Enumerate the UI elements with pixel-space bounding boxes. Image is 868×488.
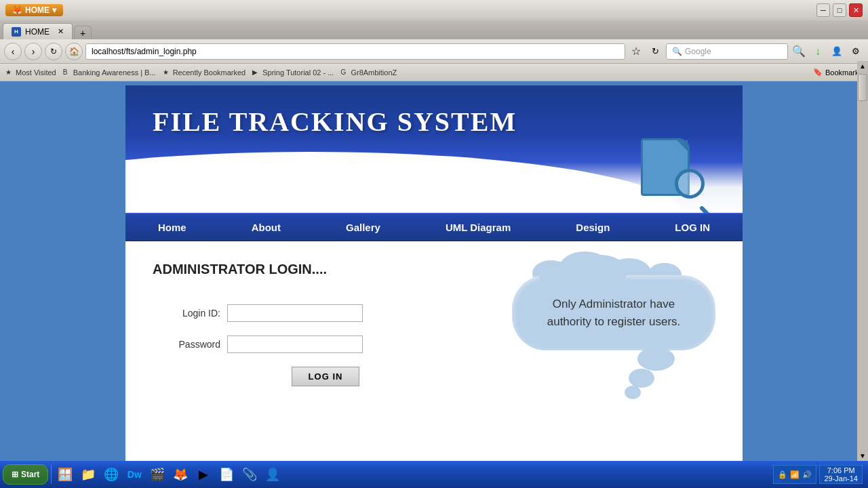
taskbar-right: 🔒 📶 🔊 7:06 PM 29-Jan-14 — [773, 465, 865, 484]
volume-icon: 🔊 — [802, 470, 812, 479]
window-controls: ─ □ ✕ — [816, 3, 863, 17]
scroll-thumb[interactable] — [858, 74, 867, 101]
start-button[interactable]: ⊞ Start — [3, 464, 48, 485]
password-input[interactable] — [227, 336, 363, 353]
nav-uml-diagram[interactable]: UML Diagram — [432, 216, 524, 239]
login-section: ADMINISTRATOR LOGIN.... Login ID: Passwo… — [153, 262, 485, 386]
close-button[interactable]: ✕ — [849, 3, 863, 17]
reload-button[interactable]: ↻ — [45, 43, 62, 60]
login-id-row: Login ID: — [166, 304, 485, 322]
nav-about[interactable]: About — [238, 216, 294, 239]
recently-label: Recently Bookmarked — [173, 68, 246, 77]
taskbar-icon-windows[interactable]: 🪟 — [54, 464, 76, 485]
nav-gallery[interactable]: Gallery — [332, 216, 394, 239]
main-content: ADMINISTRATOR LOGIN.... Login ID: Passwo… — [125, 241, 743, 465]
cloud-tail-3 — [625, 386, 641, 399]
browser-tab[interactable]: H HOME ✕ — [3, 23, 73, 39]
taskbar-separator-1 — [51, 465, 52, 484]
site-title: FILE TRACKING SYSTEM — [153, 106, 517, 138]
taskbar-icon-dreamweaver[interactable]: Dw — [123, 464, 145, 485]
cloud-tail-1 — [637, 347, 675, 371]
banking-icon: B — [63, 68, 71, 77]
scrollbar[interactable]: ▲ ▼ — [857, 61, 868, 461]
most-visited-bookmark[interactable]: ★ Most Visited — [5, 68, 56, 77]
banking-label: Banking Awareness | B... — [73, 68, 156, 77]
firefox-button[interactable]: 🦊 HOME ▾ — [5, 4, 63, 16]
dropdown-arrow: ▾ — [52, 5, 56, 15]
tab-favicon: H — [12, 27, 21, 37]
nav-home[interactable]: Home — [144, 216, 200, 239]
recently-icon: ★ — [163, 68, 171, 77]
taskbar-icon-media[interactable]: ▶ — [193, 464, 214, 485]
system-tray: 🔒 📶 🔊 — [773, 465, 816, 484]
login-btn-row: LOG IN — [166, 367, 485, 386]
nav-login[interactable]: LOG IN — [661, 216, 724, 239]
taskbar-icon-user[interactable]: 👤 — [262, 464, 283, 485]
start-label: Start — [21, 470, 39, 479]
forward-button[interactable]: › — [24, 43, 42, 60]
magnify-handle — [699, 205, 711, 213]
url-text: localhost/fts/admin_login.php — [92, 47, 197, 56]
password-row: Password — [166, 336, 485, 353]
new-tab-button[interactable]: + — [74, 26, 92, 39]
scroll-down-arrow[interactable]: ▼ — [858, 451, 867, 461]
recently-bookmarked[interactable]: ★ Recently Bookmarked — [163, 68, 246, 77]
nav-bar: ‹ › ↻ 🏠 localhost/fts/admin_login.php ☆ … — [0, 39, 868, 64]
taskbar-icon-vlc[interactable]: 🎬 — [146, 464, 168, 485]
clock-time: 7:06 PM — [827, 466, 855, 474]
taskbar-icon-firefox[interactable]: 🦊 — [170, 464, 191, 485]
search-label: Google — [685, 47, 711, 56]
login-id-input[interactable] — [227, 304, 363, 322]
gr8-icon: G — [340, 68, 349, 77]
search-bar[interactable]: 🔍 Google — [666, 43, 788, 60]
download-icon[interactable]: ↓ — [810, 43, 826, 60]
settings-icon[interactable]: ⚙ — [848, 43, 864, 60]
taskbar-icon-presenter[interactable]: 📎 — [239, 464, 260, 485]
taskbar-icon-folder[interactable]: 📁 — [77, 464, 99, 485]
site-header: FILE TRACKING SYSTEM — [125, 85, 743, 213]
tab-title: HOME — [25, 27, 50, 37]
taskbar: ⊞ Start 🪟 📁 🌐 Dw 🎬 🦊 ▶ 📄 📎 👤 🔒 📶 🔊 7:06 … — [0, 461, 868, 488]
spring-tutorial-bookmark[interactable]: ▶ Spring Tutorial 02 - ... — [252, 68, 334, 77]
bookmarks-bar: ★ Most Visited B Banking Awareness | B..… — [0, 64, 868, 81]
banking-awareness-bookmark[interactable]: B Banking Awareness | B... — [63, 68, 156, 77]
home-button[interactable]: 🏠 — [65, 43, 83, 60]
minimize-button[interactable]: ─ — [816, 3, 830, 17]
cloud-section: Only Administrator have authority to reg… — [512, 275, 715, 350]
tray-icon-1: 🔒 — [778, 470, 787, 479]
avatar-icon[interactable]: 👤 — [829, 43, 845, 60]
spring-label: Spring Tutorial 02 - ... — [262, 68, 334, 77]
windows-logo-icon: ⊞ — [12, 470, 18, 479]
title-bar: 🦊 HOME ▾ ─ □ ✕ — [0, 0, 868, 20]
bookmarks-button[interactable]: 🔖 Bookmarks — [813, 68, 863, 77]
log-in-button[interactable]: LOG IN — [292, 367, 360, 386]
tabs-bar: H HOME ✕ + — [0, 20, 868, 39]
header-logo — [641, 138, 702, 206]
gr8ambitionz-bookmark[interactable]: G Gr8AmbitionZ — [340, 68, 397, 77]
scroll-up-arrow[interactable]: ▲ — [858, 61, 867, 71]
cloud-message-text: Only Administrator have authority to reg… — [547, 298, 681, 328]
magnify-circle — [675, 169, 705, 199]
firefox-icon: 🦊 — [12, 5, 22, 15]
bookmarks-icon: 🔖 — [813, 68, 823, 77]
firefox-label: HOME — [25, 5, 50, 15]
magnify-icon — [675, 169, 715, 209]
cloud-tail-2 — [629, 369, 654, 388]
address-bar[interactable]: localhost/fts/admin_login.php — [85, 43, 625, 60]
nav-design[interactable]: Design — [562, 216, 623, 239]
page-wrapper: FILE TRACKING SYSTEM Home About Gallery … — [0, 81, 868, 469]
taskbar-icon-chrome[interactable]: 🌐 — [100, 464, 122, 485]
back-button[interactable]: ‹ — [4, 43, 22, 60]
most-visited-icon: ★ — [5, 68, 14, 77]
maximize-button[interactable]: □ — [833, 3, 846, 17]
reload-icon[interactable]: ↻ — [647, 43, 663, 60]
system-clock: 7:06 PM 29-Jan-14 — [819, 465, 863, 484]
login-id-label: Login ID: — [166, 308, 220, 319]
search-icon[interactable]: 🔍 — [791, 43, 807, 60]
logo-document-icon — [641, 138, 702, 206]
taskbar-icon-files[interactable]: 📄 — [216, 464, 237, 485]
browser-chrome: 🦊 HOME ▾ ─ □ ✕ H HOME ✕ + ‹ › ↻ 🏠 localh… — [0, 0, 868, 81]
tab-close-icon[interactable]: ✕ — [58, 27, 64, 36]
signal-icon: 📶 — [790, 470, 800, 479]
bookmark-star-icon[interactable]: ☆ — [628, 43, 644, 60]
